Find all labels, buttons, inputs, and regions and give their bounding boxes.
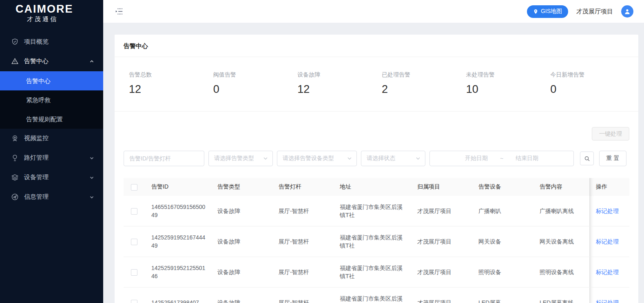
cell-content: 照明设备离线 — [533, 257, 589, 288]
sidebar-subitem-label: 告警中心 — [26, 77, 51, 84]
cell-alarm-id: 1425259195216744449 — [145, 226, 211, 257]
toolbar: 一键处理 — [115, 112, 638, 141]
webcam-icon — [11, 134, 19, 142]
sidebar-collapse-icon[interactable] — [115, 7, 124, 16]
row-checkbox[interactable] — [131, 300, 137, 303]
mark-handled-link[interactable]: 标记处理 — [596, 269, 619, 275]
chevron-down-icon — [263, 156, 268, 161]
sidebar-subitem-label: 告警规则配置 — [26, 116, 63, 123]
sidebar-item-label: 视频监控 — [24, 134, 49, 142]
stat-unhandled-alarms: 未处理告警 10 — [461, 71, 545, 96]
brand-logo: CAIMORE 才茂通信 — [0, 0, 103, 27]
stat-value: 2 — [382, 83, 461, 96]
cell-project: 才茂展厅项目 — [411, 257, 472, 288]
stat-value: 12 — [129, 83, 208, 96]
lamp-bulb-icon — [11, 154, 19, 162]
mark-handled-link[interactable]: 标记处理 — [596, 208, 619, 214]
sidebar-item-overview[interactable]: 项目概览 — [0, 32, 103, 52]
table-row: 142525617398407 设备故障 展厅-智慧杆 福建省厦门市集美区后溪镇… — [124, 288, 629, 303]
alarm-search-input[interactable] — [124, 151, 204, 166]
cell-content: 网关设备离线 — [533, 226, 589, 257]
chevron-down-icon — [89, 195, 94, 200]
stat-total-alarms: 告警总数 12 — [124, 71, 208, 96]
select-all-checkbox[interactable] — [131, 184, 137, 191]
sidebar-alarm-submenu: 告警中心 紧急呼救 告警规则配置 — [0, 71, 103, 129]
user-avatar[interactable] — [621, 5, 633, 18]
sidebar-item-info[interactable]: 信息管理 — [0, 187, 103, 207]
alarm-type-select[interactable]: 请选择告警类型 — [208, 151, 273, 166]
select-placeholder: 请选择告警设备类型 — [283, 155, 334, 162]
sidebar-subitem-alarm-rules[interactable]: 告警规则配置 — [0, 110, 103, 129]
sidebar-item-device[interactable]: 设备管理 — [0, 168, 103, 187]
sidebar-item-street-light[interactable]: 路灯管理 — [0, 148, 103, 168]
mark-handled-link[interactable]: 标记处理 — [596, 238, 619, 245]
mark-handled-link[interactable]: 标记处理 — [596, 299, 619, 303]
brand-logo-text: CAIMORE — [15, 3, 103, 15]
stat-device-faults: 设备故障 12 — [292, 71, 376, 96]
sidebar-item-alarm-group[interactable]: 告警中心 — [0, 52, 103, 71]
select-placeholder: 请选择告警类型 — [214, 155, 254, 162]
chevron-down-icon — [89, 175, 94, 180]
row-checkbox[interactable] — [131, 239, 137, 245]
current-project-name: 才茂展厅项目 — [576, 8, 613, 15]
sidebar-subitem-label: 紧急呼救 — [26, 97, 51, 103]
chevron-down-icon — [416, 156, 420, 161]
sidebar-subitem-alarm-center[interactable]: 告警中心 — [0, 71, 103, 90]
column-header-project: 归属项目 — [411, 178, 472, 196]
cell-alarm-type: 设备故障 — [211, 196, 272, 226]
cell-address: 福建省厦门市集美区后溪镇T社 — [333, 257, 411, 288]
batch-handle-button[interactable]: 一键处理 — [592, 127, 629, 141]
row-checkbox[interactable] — [131, 269, 137, 276]
filter-bar: 请选择告警类型 请选择告警设备类型 请选择状态 — [115, 141, 638, 166]
column-header-action: 操作 — [589, 178, 629, 196]
warning-triangle-icon — [11, 57, 19, 65]
search-button[interactable] — [580, 152, 594, 165]
topbar: GIS地图 才茂展厅项目 — [103, 0, 644, 23]
row-checkbox[interactable] — [131, 208, 137, 215]
layers-icon — [11, 173, 19, 181]
table-header-row: 告警ID 告警类型 告警灯杆 地址 归属项目 告警设备 告警内容 操作 — [124, 178, 629, 196]
chevron-down-icon — [89, 156, 94, 160]
table-row: 1425259195216744449 设备故障 展厅-智慧杆 福建省厦门市集美… — [124, 226, 629, 257]
cell-device: LED屏幕 — [472, 288, 533, 303]
sidebar-subitem-sos[interactable]: 紧急呼救 — [0, 90, 103, 110]
cell-address: 福建省厦门市集美区后溪镇T社 — [333, 226, 411, 257]
cell-project: 才茂展厅项目 — [411, 226, 472, 257]
date-range-separator: ~ — [500, 155, 503, 162]
stat-value: 0 — [213, 83, 292, 96]
cell-alarm-pole: 展厅-智慧杆 — [272, 196, 333, 226]
stat-label: 阀值告警 — [213, 71, 292, 79]
stat-label: 设备故障 — [297, 71, 376, 79]
column-header-content: 告警内容 — [533, 178, 589, 196]
alarm-device-type-select[interactable]: 请选择告警设备类型 — [277, 151, 357, 166]
reset-button[interactable]: 重 置 — [599, 151, 626, 166]
cell-project: 才茂展厅项目 — [411, 288, 472, 303]
stat-label: 今日新增告警 — [550, 71, 629, 79]
stat-label: 未处理告警 — [466, 71, 545, 79]
stat-value: 10 — [466, 83, 545, 96]
stat-label: 已处理告警 — [382, 71, 461, 79]
stat-new-today: 今日新增告警 0 — [545, 71, 629, 96]
stat-label: 告警总数 — [129, 71, 208, 79]
gis-map-button-label: GIS地图 — [541, 8, 562, 15]
alarm-status-select[interactable]: 请选择状态 — [361, 151, 425, 166]
cell-device: 照明设备 — [472, 257, 533, 288]
gis-map-button[interactable]: GIS地图 — [527, 5, 568, 18]
cell-project: 才茂展厅项目 — [411, 196, 472, 226]
cell-device: 广播喇叭 — [472, 196, 533, 226]
cell-address: 福建省厦门市集美区后溪镇T社 — [333, 288, 411, 303]
column-header-alarm-id: 告警ID — [145, 178, 211, 196]
brand-subtitle: 才茂通信 — [27, 15, 103, 23]
select-placeholder: 请选择状态 — [367, 155, 395, 162]
column-header-alarm-type: 告警类型 — [211, 178, 272, 196]
send-circle-icon — [11, 193, 19, 201]
page-title: 告警中心 — [115, 35, 638, 57]
cell-content: LED屏幕离线 — [533, 288, 589, 303]
sidebar: CAIMORE 才茂通信 项目概览 告警中心 告 — [0, 0, 103, 303]
sidebar-item-video[interactable]: 视频监控 — [0, 129, 103, 148]
date-range-picker[interactable]: 开始日期 ~ 结束日期 — [429, 151, 574, 166]
cell-alarm-type: 设备故障 — [211, 288, 272, 303]
chevron-down-icon — [347, 156, 352, 161]
column-header-address: 地址 — [333, 178, 411, 196]
shield-icon — [11, 38, 19, 46]
